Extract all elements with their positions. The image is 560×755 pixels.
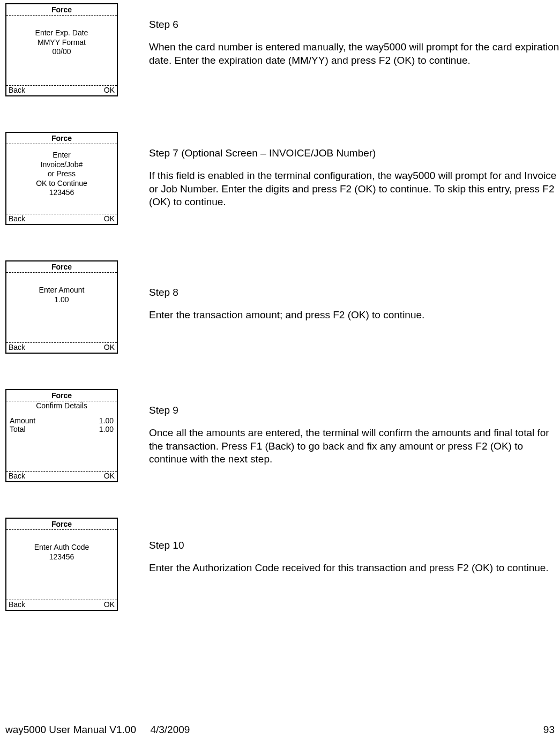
- back-label[interactable]: Back: [9, 343, 25, 352]
- step-heading: Step 9: [149, 404, 560, 417]
- terminal-title: Force: [6, 519, 117, 530]
- step-row: Force Enter Invoice/Job# or Press OK to …: [5, 132, 560, 225]
- step-row: Force Confirm Details Amount 1.00 Total …: [5, 389, 560, 482]
- step-body: If this field is enabled in the terminal…: [149, 169, 560, 208]
- ok-label[interactable]: OK: [104, 214, 115, 223]
- terminal-line: Enter: [10, 151, 114, 160]
- page: { "screens": [ { "title": "Force", "line…: [0, 0, 560, 755]
- terminal-line: 1.00: [10, 295, 114, 305]
- step-heading: Step 8: [149, 286, 560, 299]
- back-label[interactable]: Back: [9, 86, 25, 94]
- terminal-line: Enter Auth Code: [10, 543, 114, 552]
- terminal-screen: Force Confirm Details Amount 1.00 Total …: [5, 389, 118, 482]
- kv-val: 1.00: [99, 425, 114, 433]
- ok-label[interactable]: OK: [104, 472, 115, 480]
- terminal-screen: Force Enter Exp. Date MMYY Format 00/00 …: [5, 3, 118, 96]
- terminal-body: Enter Amount 1.00: [6, 273, 117, 342]
- step-body: Enter the transaction amount; and press …: [149, 309, 560, 322]
- step-description: Step 7 (Optional Screen – INVOICE/JOB Nu…: [149, 132, 560, 208]
- terminal-line: 00/00: [10, 47, 114, 57]
- terminal-line: MMYY Format: [10, 38, 114, 48]
- step-description: Step 10 Enter the Authorization Code rec…: [149, 518, 560, 575]
- terminal-title: Force: [6, 390, 117, 401]
- step-body: Enter the Authorization Code received fo…: [149, 562, 560, 574]
- terminal-footer: Back OK: [6, 214, 117, 224]
- terminal-footer: Back OK: [6, 342, 117, 353]
- terminal-subhead: Confirm Details: [6, 401, 117, 411]
- step-row: Force Enter Auth Code 123456 Back OK Ste…: [5, 518, 560, 611]
- back-label[interactable]: Back: [9, 214, 25, 223]
- kv-key: Amount: [10, 416, 35, 425]
- footer-date: 4/3/2009: [150, 724, 190, 735]
- step-row: Force Enter Exp. Date MMYY Format 00/00 …: [5, 3, 560, 96]
- terminal-line: or Press: [10, 169, 114, 179]
- step-description: Step 9 Once all the amounts are entered,…: [149, 389, 560, 466]
- footer-page: 93: [543, 724, 555, 736]
- terminal-body: Confirm Details Amount 1.00 Total 1.00: [6, 401, 117, 471]
- step-heading: Step 7 (Optional Screen – INVOICE/JOB Nu…: [149, 147, 560, 160]
- back-label[interactable]: Back: [9, 600, 25, 609]
- step-body: When the card number is entered manually…: [149, 41, 560, 67]
- step-body: Once all the amounts are entered, the te…: [149, 427, 560, 466]
- terminal-line: OK to Continue: [10, 179, 114, 189]
- terminal-line: 123456: [10, 188, 114, 198]
- terminal-screen: Force Enter Amount 1.00 Back OK: [5, 260, 118, 354]
- terminal-body: Enter Auth Code 123456: [6, 530, 117, 600]
- terminal-footer: Back OK: [6, 85, 117, 95]
- ok-label[interactable]: OK: [104, 600, 115, 609]
- terminal-footer: Back OK: [6, 471, 117, 481]
- step-description: Step 8 Enter the transaction amount; and…: [149, 260, 560, 322]
- step-heading: Step 10: [149, 539, 560, 552]
- kv-row: Total 1.00: [6, 425, 117, 433]
- page-footer: way5000 User Manual V1.00 4/3/2009 93: [5, 724, 555, 736]
- terminal-screen: Force Enter Auth Code 123456 Back OK: [5, 518, 118, 611]
- terminal-body: Enter Invoice/Job# or Press OK to Contin…: [6, 144, 117, 214]
- back-label[interactable]: Back: [9, 472, 25, 480]
- terminal-screen: Force Enter Invoice/Job# or Press OK to …: [5, 132, 118, 225]
- terminal-title: Force: [6, 133, 117, 144]
- terminal-footer: Back OK: [6, 600, 117, 610]
- step-heading: Step 6: [149, 18, 560, 31]
- kv-row: Amount 1.00: [6, 416, 117, 425]
- step-row: Force Enter Amount 1.00 Back OK Step 8 E…: [5, 260, 560, 354]
- ok-label[interactable]: OK: [104, 343, 115, 352]
- terminal-title: Force: [6, 261, 117, 273]
- footer-doc: way5000 User Manual V1.00: [5, 724, 136, 735]
- terminal-line: Invoice/Job#: [10, 160, 114, 170]
- terminal-title: Force: [6, 4, 117, 16]
- kv-key: Total: [10, 425, 26, 433]
- terminal-body: Enter Exp. Date MMYY Format 00/00: [6, 16, 117, 85]
- terminal-line: Enter Exp. Date: [10, 28, 114, 38]
- terminal-line: 123456: [10, 552, 114, 562]
- terminal-line: Enter Amount: [10, 286, 114, 295]
- kv-val: 1.00: [99, 416, 114, 425]
- ok-label[interactable]: OK: [104, 86, 115, 94]
- step-description: Step 6 When the card number is entered m…: [149, 3, 560, 67]
